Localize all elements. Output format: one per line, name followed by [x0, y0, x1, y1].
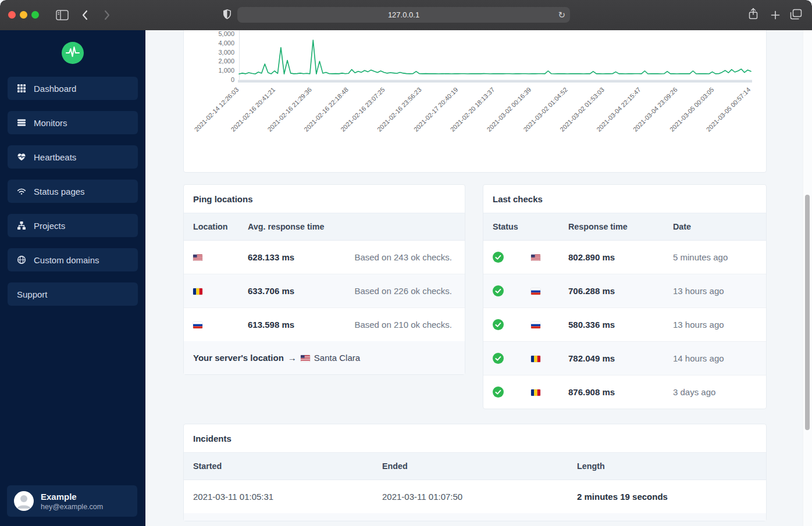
close-window-button[interactable]: [8, 11, 16, 19]
scrollbar-track: [803, 30, 812, 526]
zoom-window-button[interactable]: [31, 11, 39, 19]
sidebar-item-dashboard[interactable]: Dashboard: [8, 77, 138, 100]
share-icon[interactable]: [748, 8, 758, 20]
svg-text:1,000: 1,000: [218, 67, 234, 74]
response-time: 782.049 ms: [568, 353, 673, 363]
sidebar-item-label: Custom domains: [34, 255, 99, 265]
status-ok-icon: [493, 387, 504, 398]
table-header-row: Location Avg. response time: [184, 213, 465, 241]
main-content: 01,0002,0003,0004,0005,0002021-02-14 12:…: [145, 30, 812, 526]
card-title: Ping locations: [184, 185, 465, 213]
avg-response-time: 613.598 ms: [248, 320, 347, 330]
svg-text:0: 0: [231, 76, 234, 83]
sidebar-item-status-pages[interactable]: Status pages: [8, 180, 138, 203]
forward-button[interactable]: [104, 9, 111, 21]
globe-icon: [17, 255, 26, 264]
status-cell: [493, 353, 531, 364]
location-flag-cell: [531, 353, 568, 363]
wifi-icon: [17, 187, 26, 196]
column-header: Ended: [382, 461, 577, 471]
ru-flag-icon: [531, 288, 540, 295]
check-date: 14 hours ago: [673, 353, 757, 363]
ro-flag-icon: [531, 389, 540, 396]
table-header-row: Started Ended Length: [184, 453, 766, 480]
location-flag-cell: [193, 320, 248, 330]
avg-response-time: 633.706 ms: [248, 286, 347, 296]
sidebar-item-label: Projects: [34, 221, 65, 231]
response-time-chart-card: 01,0002,0003,0004,0005,0002021-02-14 12:…: [183, 30, 767, 173]
ro-flag-icon: [193, 288, 202, 295]
table-row: 802.890 ms 5 minutes ago: [483, 241, 766, 274]
checks-note: Based on 226 ok checks.: [354, 286, 452, 296]
ru-flag-icon: [193, 322, 202, 328]
column-header: Response time: [568, 222, 673, 231]
svg-text:5,000: 5,000: [218, 30, 234, 37]
sidebar-item-label: Dashboard: [34, 84, 76, 94]
table-row: 782.049 ms 14 hours ago: [483, 342, 766, 375]
response-time: 876.908 ms: [568, 387, 673, 397]
sidebar-nav: Dashboard Monitors Heartbeats: [0, 77, 145, 306]
scrollbar-thumb[interactable]: [805, 195, 810, 430]
table-row: 2021-03-11 01:05:31 2021-03-11 01:07:50 …: [184, 480, 766, 513]
us-flag-icon: [531, 255, 540, 261]
status-cell: [493, 387, 531, 398]
location-flag-cell: [193, 252, 248, 262]
sidebar-item-label: Heartbeats: [34, 152, 76, 162]
table-row: 580.336 ms 13 hours ago: [483, 308, 766, 342]
browser-window: 127.0.0.1 ↻: [0, 0, 812, 526]
server-location-label: Your server's location: [193, 353, 284, 363]
us-flag-icon: [301, 353, 310, 363]
checks-note: Based on 243 ok checks.: [354, 252, 452, 262]
sidebar-item-custom-domains[interactable]: Custom domains: [8, 248, 138, 271]
ping-locations-card: Ping locations Location Avg. response ti…: [183, 184, 465, 375]
status-ok-icon: [493, 353, 504, 364]
user-email: hey@example.com: [41, 502, 103, 511]
check-date: 5 minutes ago: [673, 252, 757, 262]
location-flag-cell: [531, 252, 568, 262]
reload-icon[interactable]: ↻: [558, 7, 565, 23]
app-logo[interactable]: [62, 42, 84, 64]
privacy-shield-icon[interactable]: [223, 9, 232, 20]
arrow-right-icon: →: [288, 353, 297, 363]
new-tab-icon[interactable]: [771, 10, 780, 20]
sidebar: Dashboard Monitors Heartbeats: [0, 30, 145, 526]
sidebar-item-label: Monitors: [34, 118, 67, 128]
status-ok-icon: [493, 285, 504, 296]
status-ok-icon: [493, 252, 504, 263]
check-date: 3 days ago: [673, 387, 757, 397]
minimize-window-button[interactable]: [20, 11, 27, 19]
response-time: 802.890 ms: [568, 252, 673, 262]
browser-toolbar: 127.0.0.1 ↻: [0, 0, 812, 30]
status-cell: [493, 285, 531, 296]
incident-length: 2 minutes 19 seconds: [577, 492, 757, 502]
column-header: Started: [193, 461, 382, 471]
location-flag-cell: [531, 286, 568, 296]
avatar: [14, 491, 34, 511]
table-row: 633.706 ms Based on 226 ok checks.: [184, 274, 465, 308]
user-account-card[interactable]: Example hey@example.com: [7, 485, 137, 517]
svg-text:4,000: 4,000: [218, 40, 234, 46]
sidebar-item-monitors[interactable]: Monitors: [8, 111, 138, 134]
check-date: 13 hours ago: [673, 320, 757, 330]
back-button[interactable]: [81, 9, 88, 21]
incident-started: 2021-03-11 01:05:31: [193, 492, 382, 502]
sidebar-toggle-icon[interactable]: [56, 10, 69, 20]
heart-pulse-icon: [17, 152, 26, 162]
svg-text:2,000: 2,000: [218, 58, 234, 65]
user-name: Example: [41, 491, 103, 502]
column-header: Location: [193, 222, 248, 231]
tab-overview-icon[interactable]: [790, 9, 802, 20]
address-bar[interactable]: 127.0.0.1 ↻: [237, 7, 570, 23]
sidebar-item-heartbeats[interactable]: Heartbeats: [8, 145, 138, 169]
sidebar-item-projects[interactable]: Projects: [8, 214, 138, 237]
checks-note: Based on 210 ok checks.: [354, 320, 452, 330]
incident-ended: 2021-03-11 01:07:50: [382, 492, 577, 502]
column-header: Date: [673, 222, 757, 231]
incidents-card: Incidents Started Ended Length 2021-03-1…: [183, 424, 767, 521]
sidebar-item-support[interactable]: Support: [8, 282, 138, 306]
sitemap-icon: [17, 221, 26, 230]
sidebar-item-label: Status pages: [34, 187, 85, 196]
location-flag-cell: [531, 387, 568, 397]
table-header-row: Status Response time Date: [483, 213, 766, 241]
table-row: 706.288 ms 13 hours ago: [483, 274, 766, 308]
